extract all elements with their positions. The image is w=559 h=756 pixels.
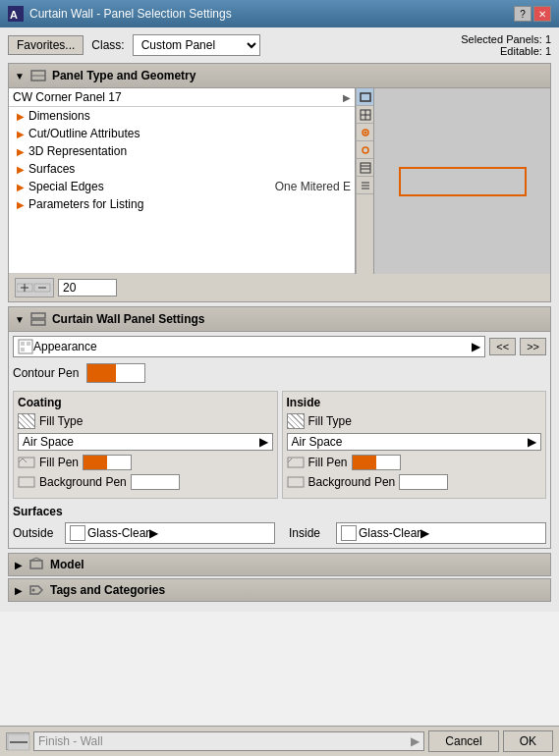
model-row[interactable]: ▶ Model bbox=[8, 553, 551, 576]
tree-arrow-icon: ▶ bbox=[17, 182, 25, 192]
tree-item-special-edges[interactable]: ▶ Special Edges One Mitered E bbox=[9, 178, 355, 195]
coating-bg-pen-label: Background Pen bbox=[39, 475, 127, 489]
class-select[interactable]: Custom Panel bbox=[133, 34, 260, 56]
selected-panels-info: Selected Panels: 1 Editable: 1 bbox=[461, 33, 551, 57]
panel-dropdown[interactable]: CW Corner Panel 17 ▶ bbox=[9, 88, 355, 107]
outside-surface-arrow-icon: ▶ bbox=[149, 526, 158, 540]
inside-bg-pen-swatch[interactable] bbox=[399, 474, 448, 490]
svg-point-10 bbox=[363, 147, 368, 153]
inside-fill-dropdown[interactable]: Air Space ▶ bbox=[287, 433, 542, 451]
top-bar: Favorites... Class: Custom Panel Selecte… bbox=[8, 33, 551, 57]
svg-line-33 bbox=[288, 459, 292, 462]
coating-fill-dropdown[interactable]: Air Space ▶ bbox=[18, 433, 273, 451]
inside-bg-pen-icon bbox=[287, 474, 305, 490]
nav-prev-button[interactable]: << bbox=[489, 338, 516, 355]
close-button[interactable]: ✕ bbox=[533, 6, 551, 22]
panel-type-title: Panel Type and Geometry bbox=[52, 69, 196, 82]
panel-type-header: ▼ Panel Type and Geometry bbox=[9, 64, 550, 88]
inside-fill-row: Fill Type bbox=[287, 413, 542, 429]
side-icon-rectangle[interactable] bbox=[357, 88, 374, 106]
contour-row: Contour Pen bbox=[13, 363, 546, 383]
tree-item-label: Parameters for Listing bbox=[28, 197, 143, 211]
cw-settings-content: Appearance ▶ << >> Contour Pen Coating F bbox=[9, 332, 550, 548]
outside-surface-icon bbox=[70, 525, 85, 541]
tree-arrow-icon: ▶ bbox=[17, 164, 25, 175]
svg-rect-22 bbox=[31, 313, 45, 318]
coating-bg-pen-row: Background Pen bbox=[18, 474, 273, 490]
inside-surface-dropdown[interactable]: Glass-Clear ▶ bbox=[336, 522, 546, 544]
coating-fill-pen-swatch[interactable] bbox=[83, 455, 132, 470]
preview-shape bbox=[399, 167, 527, 196]
model-tags-rows: ▶ Model ▶ Tags and Categories bbox=[8, 553, 551, 602]
panel-type-content: CW Corner Panel 17 ▶ ▶ Dimensions ▶ Cut/… bbox=[9, 88, 550, 274]
zoom-row bbox=[9, 274, 550, 301]
inside-fill-pen-swatch[interactable] bbox=[352, 455, 401, 470]
svg-line-30 bbox=[23, 459, 27, 462]
tree-arrow-icon: ▶ bbox=[17, 146, 25, 157]
side-icon-table[interactable] bbox=[357, 159, 374, 177]
ok-button[interactable]: OK bbox=[503, 730, 553, 752]
side-icon-gear[interactable] bbox=[357, 124, 374, 141]
surfaces-section: Surfaces Outside Glass-Clear ▶ Inside Gl… bbox=[13, 505, 546, 544]
tree-item-cut-outline[interactable]: ▶ Cut/Outline Attributes bbox=[9, 125, 355, 142]
coating-fill-pen-label: Fill Pen bbox=[39, 456, 79, 469]
coating-bg-pen-swatch[interactable] bbox=[131, 474, 180, 490]
archicad-icon: A bbox=[8, 6, 24, 22]
svg-text:A: A bbox=[10, 9, 18, 21]
appearance-arrow-icon: ▶ bbox=[472, 340, 480, 353]
editable-count: Editable: 1 bbox=[461, 45, 551, 57]
appearance-dropdown[interactable]: Appearance ▶ bbox=[13, 336, 485, 357]
tree-item-label: Special Edges bbox=[28, 180, 104, 193]
tree-item-parameters[interactable]: ▶ Parameters for Listing bbox=[9, 195, 355, 213]
tree-item-label: Dimensions bbox=[28, 109, 90, 123]
finish-arrow-icon: ▶ bbox=[411, 734, 419, 748]
appearance-icon bbox=[18, 339, 33, 354]
cancel-button[interactable]: Cancel bbox=[428, 730, 498, 752]
panel-type-collapse[interactable]: ▼ bbox=[15, 71, 25, 81]
tree-item-surfaces[interactable]: ▶ Surfaces bbox=[9, 160, 355, 178]
cw-settings-icon bbox=[30, 311, 46, 327]
tree-arrow-icon: ▶ bbox=[17, 111, 25, 122]
inside-surface-arrow-icon: ▶ bbox=[420, 526, 429, 540]
tree-item-label: 3D Representation bbox=[28, 144, 127, 158]
finish-dropdown[interactable]: Finish - Wall ▶ bbox=[33, 731, 424, 751]
tree-item-dimensions[interactable]: ▶ Dimensions bbox=[9, 107, 355, 125]
help-button[interactable]: ? bbox=[514, 6, 531, 22]
model-title: Model bbox=[50, 558, 84, 571]
tags-row[interactable]: ▶ Tags and Categories bbox=[8, 578, 551, 602]
two-column: Coating Fill Type Air Space ▶ bbox=[13, 391, 546, 499]
coating-fill-value: Air Space bbox=[23, 435, 259, 449]
panel-name: CW Corner Panel 17 bbox=[13, 90, 343, 104]
panel-type-section: ▼ Panel Type and Geometry CW Corner Pane… bbox=[8, 63, 551, 302]
svg-rect-4 bbox=[361, 93, 370, 101]
panel-dropdown-arrow-icon: ▶ bbox=[343, 92, 351, 103]
inside-title: Inside bbox=[287, 396, 542, 409]
inside-fill-pen-label: Fill Pen bbox=[308, 456, 348, 469]
coating-fill-icon bbox=[18, 413, 35, 429]
svg-rect-11 bbox=[361, 163, 370, 173]
class-label: Class: bbox=[91, 38, 124, 52]
inside-fill-dropdown-row: Air Space ▶ bbox=[287, 433, 542, 451]
appearance-label: Appearance bbox=[33, 340, 472, 353]
panel-type-icon bbox=[30, 68, 46, 83]
tree-item-3d-rep[interactable]: ▶ 3D Representation bbox=[9, 142, 355, 160]
panel-tree: CW Corner Panel 17 ▶ ▶ Dimensions ▶ Cut/… bbox=[9, 88, 356, 274]
main-content: Favorites... Class: Custom Panel Selecte… bbox=[0, 27, 559, 612]
window-controls: ? ✕ bbox=[514, 6, 551, 22]
cw-settings-collapse[interactable]: ▼ bbox=[15, 314, 25, 325]
inside-fill-arrow-icon: ▶ bbox=[528, 435, 536, 449]
side-icon-paint[interactable] bbox=[357, 141, 374, 159]
inside-surface-value: Glass-Clear bbox=[359, 526, 420, 540]
tags-title: Tags and Categories bbox=[50, 583, 165, 597]
side-icon-list[interactable] bbox=[357, 177, 374, 194]
favorites-button[interactable]: Favorites... bbox=[8, 35, 84, 55]
svg-point-9 bbox=[364, 131, 367, 134]
nav-next-button[interactable]: >> bbox=[520, 338, 546, 355]
side-icon-grid[interactable] bbox=[357, 106, 374, 124]
contour-pen-swatch[interactable] bbox=[86, 363, 145, 383]
svg-rect-23 bbox=[31, 320, 45, 325]
coating-fill-pen-icon bbox=[18, 455, 35, 470]
tree-item-label: Cut/Outline Attributes bbox=[28, 127, 140, 140]
zoom-input[interactable] bbox=[58, 279, 117, 297]
outside-surface-dropdown[interactable]: Glass-Clear ▶ bbox=[65, 522, 275, 544]
